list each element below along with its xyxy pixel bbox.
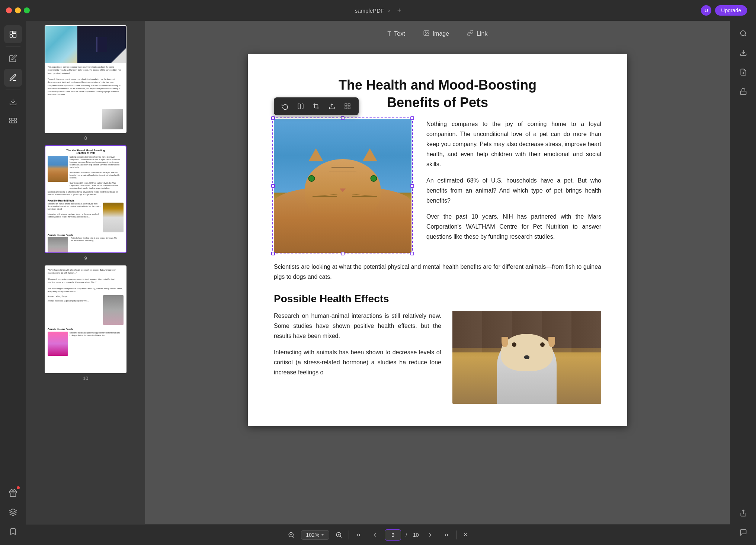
bottom-text: Research on human-animal interactions is…	[274, 311, 441, 404]
svg-line-23	[744, 35, 746, 36]
comment-icon[interactable]	[735, 524, 752, 541]
sidebar-icon-gift[interactable]	[4, 484, 22, 502]
export-pdf-icon[interactable]	[735, 64, 752, 80]
svg-rect-0	[10, 31, 12, 34]
title-bar: samplePDF × + U Upgrade	[0, 0, 756, 21]
nav-divider-2	[456, 531, 457, 539]
tab-close-icon[interactable]: ×	[388, 8, 391, 13]
image-label: Image	[433, 30, 449, 37]
zoom-display[interactable]: 102%	[301, 530, 329, 540]
gift-badge	[17, 486, 20, 489]
share-icon[interactable]	[735, 505, 752, 521]
total-pages: 10	[411, 532, 420, 538]
bottom-para-2: Interacting with animals has been shown …	[274, 347, 441, 378]
text-label: Text	[394, 30, 405, 37]
first-page-button[interactable]	[352, 528, 365, 542]
svg-rect-19	[348, 104, 350, 106]
image-tool-button[interactable]: Image	[416, 27, 457, 41]
top-toolbar: T Text Image	[145, 21, 730, 47]
window-title: samplePDF × +	[355, 7, 401, 14]
thumbnail-8[interactable]: This experiment can be explored more and…	[31, 25, 141, 141]
new-tab-icon[interactable]: +	[397, 7, 401, 14]
content-row-1: Nothing compares to the joy of coming ho…	[274, 119, 601, 253]
secure-icon[interactable]	[735, 83, 752, 100]
main-layout: This experiment can be explored more and…	[0, 21, 756, 545]
sidebar-icon-layers[interactable]	[4, 503, 22, 521]
sidebar-icon-annotate[interactable]	[4, 69, 22, 87]
thumb-frame-9[interactable]: The Health and Mood-BoostingBenefits of …	[45, 145, 126, 253]
left-sidebar	[0, 21, 26, 545]
svg-rect-20	[348, 107, 350, 109]
search-icon-right[interactable]	[735, 25, 752, 42]
svg-rect-2	[13, 31, 16, 33]
svg-point-15	[425, 32, 426, 32]
svg-marker-13	[9, 509, 16, 512]
minimize-button[interactable]	[15, 7, 21, 13]
bottom-row: Research on human-animal interactions is…	[274, 311, 601, 404]
zoom-value: 102%	[306, 532, 319, 538]
svg-rect-9	[12, 121, 14, 123]
dog-image	[452, 311, 601, 404]
thumb-label-10: 10	[83, 375, 88, 381]
zoom-in-button[interactable]	[332, 528, 346, 542]
pdf-page: The Health and Mood-Boosting Benefits of…	[248, 54, 627, 426]
content-area: T Text Image	[145, 21, 730, 545]
crop-button[interactable]	[309, 100, 324, 113]
selected-image-wrapper[interactable]	[274, 119, 411, 253]
sidebar-icon-extract[interactable]	[4, 93, 22, 111]
svg-rect-7	[14, 118, 16, 120]
replace-button[interactable]	[324, 100, 339, 113]
text-tool-button[interactable]: T Text	[380, 28, 413, 40]
prev-page-button[interactable]	[368, 528, 382, 542]
rotate-left-button[interactable]	[278, 100, 292, 113]
scientists-text: Scientists are looking at what the poten…	[274, 262, 601, 282]
svg-point-22	[740, 31, 745, 36]
thumb9-title: The Health and Mood-BoostingBenefits of …	[45, 146, 126, 156]
svg-rect-3	[13, 33, 16, 37]
svg-rect-27	[740, 91, 746, 94]
next-page-button[interactable]	[423, 528, 437, 542]
section-title: Possible Health Effects	[274, 293, 601, 305]
thumb-frame-8[interactable]: This experiment can be explored more and…	[45, 25, 126, 133]
text-content-1: Nothing compares to the joy of coming ho…	[426, 119, 601, 253]
text-icon: T	[388, 30, 391, 37]
download-pdf-icon[interactable]	[735, 45, 752, 61]
zoom-out-button[interactable]	[285, 528, 298, 542]
float-toolbar	[274, 97, 359, 115]
thumb-frame-10[interactable]: "We're happy to be with a lot of pain pi…	[45, 265, 126, 373]
bottom-bar: 102% / 10 ×	[26, 524, 730, 545]
sidebar-icon-organize[interactable]	[4, 112, 22, 130]
para-1: Nothing compares to the joy of coming ho…	[426, 119, 601, 170]
svg-line-33	[340, 536, 342, 537]
more-options-button[interactable]	[340, 100, 355, 113]
para-3: Over the past 10 years, NIH has partnere…	[426, 212, 601, 242]
svg-rect-10	[14, 121, 16, 123]
close-button[interactable]	[6, 7, 12, 13]
page-input[interactable]	[385, 529, 401, 541]
image-icon	[423, 30, 430, 38]
sidebar-icon-bookmark[interactable]	[4, 523, 22, 541]
thumb-label-9: 9	[84, 255, 87, 261]
upgrade-button[interactable]: Upgrade	[715, 5, 747, 16]
maximize-button[interactable]	[24, 7, 30, 13]
svg-rect-5	[9, 118, 12, 120]
sidebar-icon-edit[interactable]	[4, 49, 22, 67]
last-page-button[interactable]	[440, 528, 453, 542]
thumbnail-panel: This experiment can be explored more and…	[26, 21, 145, 545]
para-2: An estimated 68% of U.S. households have…	[426, 175, 601, 206]
avatar: U	[701, 5, 711, 16]
svg-rect-21	[345, 107, 347, 109]
sidebar-icon-pages[interactable]	[4, 25, 22, 43]
sidebar-divider-1	[6, 46, 20, 46]
link-tool-button[interactable]: Link	[459, 27, 495, 41]
thumbnail-9[interactable]: The Health and Mood-BoostingBenefits of …	[31, 145, 141, 261]
cat-image-container[interactable]	[274, 119, 411, 253]
right-sidebar	[730, 21, 756, 545]
svg-rect-6	[12, 118, 14, 120]
svg-rect-8	[9, 121, 12, 123]
svg-line-30	[293, 536, 294, 537]
thumbnail-10[interactable]: "We're happy to be with a lot of pain pi…	[31, 265, 141, 381]
bottom-para-1: Research on human-animal interactions is…	[274, 311, 441, 341]
nav-close-button[interactable]: ×	[459, 529, 471, 541]
flip-button[interactable]	[293, 100, 308, 113]
